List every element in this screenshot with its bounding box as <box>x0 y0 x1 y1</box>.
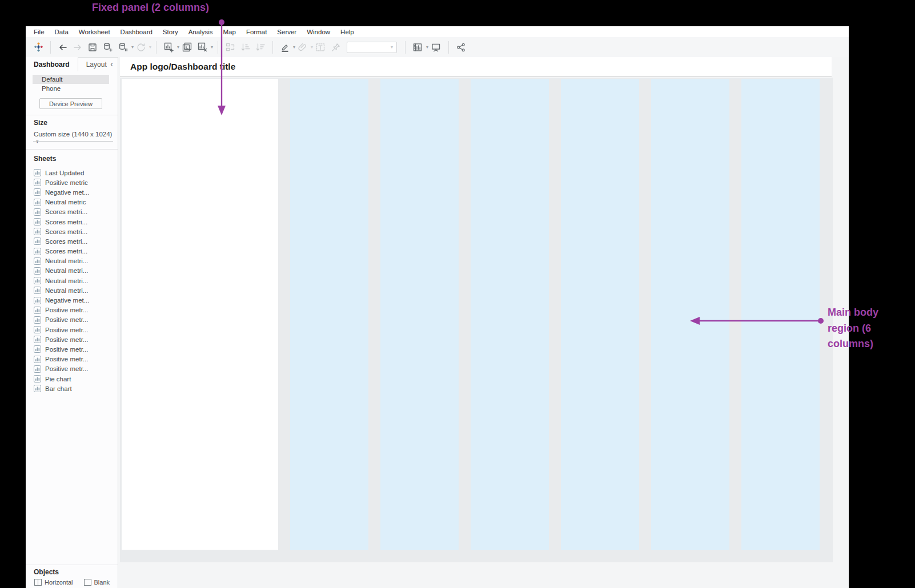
tableau-logo-icon[interactable] <box>31 39 46 55</box>
divider <box>26 115 118 115</box>
text-object-icon <box>313 39 328 55</box>
presentation-mode-icon[interactable] <box>428 39 444 55</box>
paperclip-icon <box>295 39 310 55</box>
body-column[interactable] <box>651 79 729 550</box>
worksheet-icon <box>34 248 41 255</box>
sheet-list-item[interactable]: Positive metr... <box>34 325 115 335</box>
save-icon[interactable] <box>85 39 100 55</box>
worksheet-icon <box>34 345 41 353</box>
sheet-list-item[interactable]: Positive metric <box>34 178 115 187</box>
menu-item[interactable]: Analysis <box>183 29 218 35</box>
sheets-section-header: Sheets <box>34 155 56 163</box>
sheet-list-item[interactable]: Positive metr... <box>34 355 115 364</box>
divider <box>33 141 113 142</box>
toolbar-separator <box>272 41 273 54</box>
body-column[interactable] <box>290 79 368 550</box>
sheet-list-item[interactable]: Pie chart <box>34 374 115 384</box>
new-worksheet-icon[interactable] <box>161 39 176 55</box>
refresh-icon <box>134 39 149 55</box>
main-body-region <box>290 79 820 550</box>
object-horizontal[interactable]: Horizontal <box>34 579 73 586</box>
sheet-list-item[interactable]: Neutral metri... <box>34 256 115 266</box>
worksheet-icon <box>34 179 41 186</box>
body-column[interactable] <box>380 79 459 550</box>
pane-tab[interactable]: Dashboard <box>26 57 78 71</box>
sheet-list-item[interactable]: Scores metri... <box>34 236 115 246</box>
divider <box>26 149 118 150</box>
worksheet-icon <box>34 385 41 392</box>
sheet-list-item[interactable]: Scores metri... <box>34 207 115 217</box>
menu-item[interactable]: Dashboard <box>115 29 158 35</box>
dashboard-canvas: App logo/Dashboard title <box>118 57 849 588</box>
sheet-list-item[interactable]: Neutral metri... <box>34 285 115 295</box>
size-dropdown[interactable]: Custom size (1440 x 1024) ▾ <box>34 131 118 144</box>
collapse-pane-icon[interactable]: ‹ <box>110 60 113 68</box>
show-hide-cards-icon[interactable] <box>410 39 426 55</box>
device-row[interactable]: Default <box>33 75 109 84</box>
sheet-list-item[interactable]: Positive metr... <box>34 335 115 344</box>
sort-ascending-icon <box>238 39 253 55</box>
worksheet-icon <box>34 326 41 333</box>
menu-item[interactable]: Format <box>241 29 272 35</box>
menu-item[interactable]: File <box>29 29 50 35</box>
sheet-list-item[interactable]: Last Updated <box>34 168 115 178</box>
size-dropdown-caret: ▾ <box>36 139 39 144</box>
menu-item[interactable]: Story <box>158 29 183 35</box>
back-icon[interactable] <box>55 39 70 55</box>
clear-sheet-icon[interactable] <box>195 39 210 55</box>
fixed-panel-zone[interactable] <box>122 79 278 550</box>
toolbar-separator <box>405 41 406 54</box>
sheet-list-item[interactable]: Neutral metri... <box>34 266 115 276</box>
sheet-list-item[interactable]: Positive metr... <box>34 344 115 354</box>
clear-sheet-dropdown-caret[interactable]: ▾ <box>211 45 213 50</box>
worksheet-icon <box>34 336 41 343</box>
sheet-list-item[interactable]: Negative met... <box>34 295 115 305</box>
object-blank[interactable]: Blank <box>84 579 110 586</box>
toolbar-separator <box>218 41 218 54</box>
menu-item[interactable]: Map <box>218 29 241 35</box>
menu-item[interactable]: Server <box>272 29 302 35</box>
sheet-list-item[interactable]: Positive metr... <box>34 364 115 374</box>
worksheet-icon <box>34 257 41 265</box>
menu-item[interactable]: Worksheet <box>74 29 115 35</box>
menu-item[interactable]: Window <box>302 29 335 35</box>
sheet-list-item[interactable]: Negative met... <box>34 187 115 197</box>
menu-item[interactable]: Data <box>50 29 74 35</box>
sheet-list-item[interactable]: Scores metri... <box>34 227 115 236</box>
pin-icon <box>328 39 343 55</box>
sheet-list-item[interactable]: Neutral metric <box>34 198 115 207</box>
dashboard-title-zone[interactable]: App logo/Dashboard title <box>120 57 832 77</box>
worksheet-icon <box>34 307 41 314</box>
share-icon[interactable] <box>454 39 468 55</box>
worksheet-icon <box>34 188 41 196</box>
worksheet-icon <box>34 287 41 294</box>
menu-item[interactable]: Help <box>335 29 359 35</box>
toolbar: ▾ ▾ ▾ ▾ <box>26 37 849 57</box>
worksheet-icon <box>34 237 41 245</box>
sort-descending-icon <box>253 39 268 55</box>
body-column[interactable] <box>471 79 549 550</box>
new-data-source-icon[interactable] <box>100 39 115 55</box>
worksheet-icon <box>34 375 41 382</box>
sheet-list-item[interactable]: Positive metr... <box>34 305 115 315</box>
toolbar-separator <box>448 41 449 54</box>
sheet-list-item[interactable]: Bar chart <box>34 384 115 393</box>
sheet-list-item[interactable]: Scores metri... <box>34 247 115 256</box>
pause-auto-updates-icon[interactable] <box>115 39 131 55</box>
body-column[interactable] <box>741 79 820 550</box>
duplicate-sheet-icon[interactable] <box>179 39 195 55</box>
device-row[interactable]: Phone <box>33 84 109 93</box>
highlight-icon[interactable] <box>278 39 292 55</box>
sheet-list-item[interactable]: Positive metr... <box>34 315 115 325</box>
body-column[interactable] <box>561 79 639 550</box>
forward-icon <box>70 39 85 55</box>
objects-section-header: Objects <box>34 568 59 576</box>
fit-selector[interactable]: ▾ <box>347 42 397 53</box>
refresh-dropdown-caret: ▾ <box>149 45 151 50</box>
sheet-list-item[interactable]: Neutral metri... <box>34 276 115 285</box>
annotation-main-body: Main body region (6 columns) <box>828 305 897 352</box>
device-preview-button[interactable]: Device Preview <box>39 98 102 109</box>
toolbar-separator <box>156 41 156 54</box>
blank-object-icon <box>84 579 91 586</box>
sheet-list-item[interactable]: Scores metri... <box>34 217 115 227</box>
